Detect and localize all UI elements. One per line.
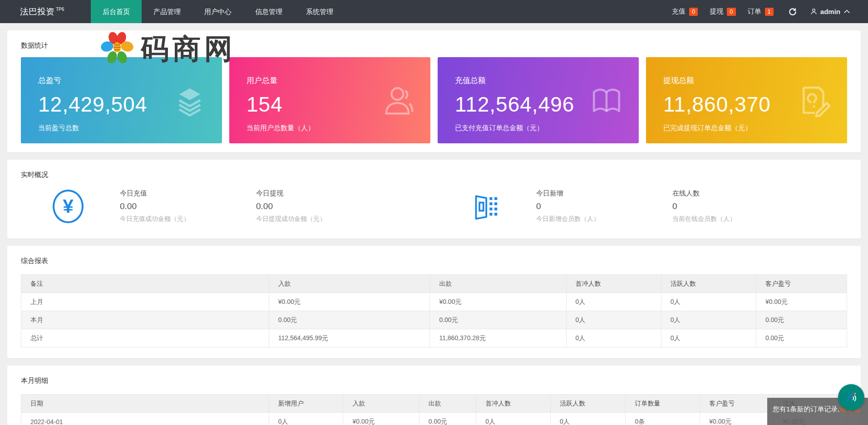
detail-table: 日期 新增用户 入款 出款 首冲人数 活跃人数 订单数量 客户盈亏 流水 202… [21,394,847,425]
cell: 上月 [21,293,269,311]
orders-label: 订单 [748,7,761,16]
online-users-stat: 在线人数 0 当前在线会员数（人） [672,189,809,223]
table-row-last-month: 上月 ¥0.00元 ¥0.00元 0人 0人 ¥0.00元 [21,293,847,311]
refresh-icon[interactable] [788,7,797,16]
col-customer-pl: 客户盈亏 [700,395,774,413]
layers-icon [173,83,207,117]
cell: 0人 [661,329,756,347]
tab-products[interactable]: 产品管理 [142,0,192,23]
cell: 0人 [566,311,661,329]
withdraw-label: 提现 [710,7,723,16]
detail-header-row: 日期 新增用户 入款 出款 首冲人数 活跃人数 订单数量 客户盈亏 流水 [21,395,847,413]
cell: 0.00元 [756,329,847,347]
col-date: 日期 [21,395,269,413]
realtime-panel: 实时概况 ¥ 今日充值 0.00 今日充值成功金额（元） 今日提现 0.00 今… [7,160,861,239]
report-table: 备注 入款 出款 首冲人数 活跃人数 客户盈亏 上月 ¥0.00元 ¥0.00元… [21,274,847,347]
tab-system[interactable]: 系统管理 [294,0,345,23]
realtime-row: ¥ 今日充值 0.00 今日充值成功金额（元） 今日提现 0.00 今日提现成功… [7,179,861,239]
cell: 总计 [21,329,269,347]
cell: 0人 [269,413,343,425]
stat-value: 0 [536,201,672,211]
withdraw-badge: 0 [727,8,735,16]
stat-card-total-withdraw: 提现总额 11,860,370 已完成提现订单总金额（元） [646,57,847,143]
person-icon [810,8,818,15]
col-income: 入款 [269,275,430,293]
stat-value: 0.00 [120,201,256,211]
chevron-up-icon [844,10,850,14]
col-customer-pl: 客户盈亏 [756,275,847,293]
cell: 0条 [626,413,700,425]
stats-title: 数据统计 [7,30,861,50]
stats-panel: 数据统计 总盈亏 12,429,504 当前盈亏总数 用户总量 154 当前用户… [7,30,861,152]
card-desc: 当前盈亏总数 [38,124,222,132]
table-row-this-month: 本月 0.00元 0.00元 0人 0人 0.00元 [21,311,847,329]
card-desc: 已完成提现订单总金额（元） [663,124,847,132]
stat-desc: 当前在线会员数（人） [672,215,809,223]
stat-label: 今日新增 [536,189,672,198]
recharge-label: 充值 [672,7,686,16]
cell: 112,564,495.99元 [269,329,430,347]
col-order-count: 订单数量 [626,395,700,413]
table-row-date: 2022-04-01 0人 ¥0.00元 0.00元 0人 0人 0条 ¥0.0… [21,413,847,425]
user-icon [381,83,415,117]
cell: 0.00元 [430,311,566,329]
col-first-charge: 首冲人数 [566,275,661,293]
cell: 0.00元 [756,311,847,329]
brand-logo[interactable]: 法巴投资TP6 [0,6,91,18]
col-outcome: 出款 [430,275,566,293]
report-header-row: 备注 入款 出款 首冲人数 活跃人数 客户盈亏 [21,275,847,293]
brand-version: TP6 [56,7,64,12]
stat-cards: 总盈亏 12,429,504 当前盈亏总数 用户总量 154 当前用户总数量（人… [7,50,861,152]
today-new-users-stat: 今日新增 0 今日新增会员数（人） [536,189,672,223]
main-menu: 后台首页 产品管理 用户中心 信息管理 系统管理 [91,0,345,23]
stat-value: 0 [672,201,809,211]
cell: ¥0.00元 [430,293,566,311]
cell: ¥0.00元 [756,293,847,311]
cell: 11,860,370.28元 [430,329,566,347]
col-remark: 备注 [21,275,269,293]
stat-label: 在线人数 [672,189,809,198]
tab-dashboard[interactable]: 后台首页 [91,0,142,23]
tab-information[interactable]: 信息管理 [243,0,294,23]
withdraw-quicklink[interactable]: 提现 0 [710,7,735,16]
orders-badge: 1 [765,8,774,16]
recharge-badge: 0 [689,8,698,16]
card-desc: 已支付充值订单总金额（元） [455,124,639,132]
navbar-right: 充值 0 提现 0 订单 1 admin [672,7,868,16]
cell: 0人 [566,329,661,347]
recharge-quicklink[interactable]: 充值 0 [672,7,698,16]
cell: 0人 [476,413,551,425]
stat-value: 0.00 [256,201,397,211]
top-navbar: 法巴投资TP6 后台首页 产品管理 用户中心 信息管理 系统管理 充值 0 提现… [0,0,868,23]
stat-card-total-users: 用户总量 154 当前用户总数量（人） [229,57,430,143]
detail-title: 本月明细 [7,366,861,385]
book-icon [590,83,623,117]
cell: 0.00元 [269,311,430,329]
cell: 0人 [566,293,661,311]
table-row-total: 总计 112,564,495.99元 11,860,370.28元 0人 0人 … [21,329,847,347]
today-withdraw-stat: 今日提现 0.00 今日提现成功金额（元） [256,189,397,223]
col-income: 入款 [343,395,419,413]
cell: ¥0.00元 [343,413,419,425]
col-active-users: 活跃人数 [661,275,756,293]
username: admin [820,8,840,15]
user-menu[interactable]: admin [810,8,850,15]
cell: 0人 [550,413,626,425]
tab-users[interactable]: 用户中心 [192,0,243,23]
cell: 2022-04-01 [21,413,269,425]
order-toast: 您有1条新的订单记录,请查看 [767,398,868,425]
detail-panel: 本月明细 日期 新增用户 入款 出款 首冲人数 活跃人数 订单数量 客户盈亏 流… [7,366,861,425]
notification-sound-icon[interactable] [838,384,864,410]
cell: 本月 [21,311,269,329]
col-outcome: 出款 [419,395,476,413]
cell: ¥0.00元 [269,293,430,311]
brand-text: 法巴投资 [20,7,54,16]
stat-desc: 今日充值成功金额（元） [120,215,256,223]
cell: 0人 [661,311,756,329]
yen-icon: ¥ [53,190,84,223]
today-recharge-stat: 今日充值 0.00 今日充值成功金额（元） [120,189,256,223]
col-active-users: 活跃人数 [550,395,626,413]
orders-quicklink[interactable]: 订单 1 [748,7,774,16]
stat-label: 今日充值 [120,189,256,198]
stat-desc: 今日新增会员数（人） [536,215,672,223]
